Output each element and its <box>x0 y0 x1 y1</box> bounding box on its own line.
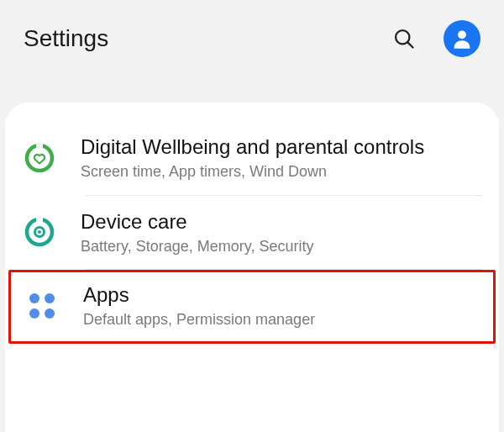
settings-item-apps[interactable]: Apps Default apps, Permission manager <box>8 270 496 344</box>
item-subtitle: Screen time, App timers, Wind Down <box>81 163 492 182</box>
item-text: Digital Wellbeing and parental controls … <box>81 134 492 182</box>
settings-item-device-care[interactable]: Device care Battery, Storage, Memory, Se… <box>5 196 499 270</box>
apps-icon <box>23 287 61 325</box>
svg-point-2 <box>458 30 466 39</box>
svg-point-3 <box>27 145 52 171</box>
wellbeing-icon <box>20 139 59 177</box>
settings-header: Settings <box>0 0 504 64</box>
item-title: Device care <box>81 209 492 234</box>
settings-item-digital-wellbeing[interactable]: Digital Wellbeing and parental controls … <box>5 121 499 195</box>
device-care-icon <box>20 213 59 251</box>
svg-point-8 <box>38 230 41 234</box>
person-icon <box>450 27 474 50</box>
account-avatar[interactable] <box>444 20 480 57</box>
search-button[interactable] <box>386 21 422 56</box>
search-icon <box>392 27 416 50</box>
item-subtitle: Battery, Storage, Memory, Security <box>81 238 492 256</box>
item-subtitle: Default apps, Permission manager <box>83 311 488 329</box>
svg-line-1 <box>407 42 412 47</box>
page-title: Settings <box>24 25 373 52</box>
item-text: Apps Default apps, Permission manager <box>83 282 488 329</box>
item-title: Digital Wellbeing and parental controls <box>81 134 492 160</box>
svg-rect-4 <box>36 144 43 149</box>
svg-rect-6 <box>36 218 43 223</box>
settings-panel: Digital Wellbeing and parental controls … <box>5 103 499 432</box>
item-title: Apps <box>83 282 488 308</box>
item-text: Device care Battery, Storage, Memory, Se… <box>81 209 492 256</box>
